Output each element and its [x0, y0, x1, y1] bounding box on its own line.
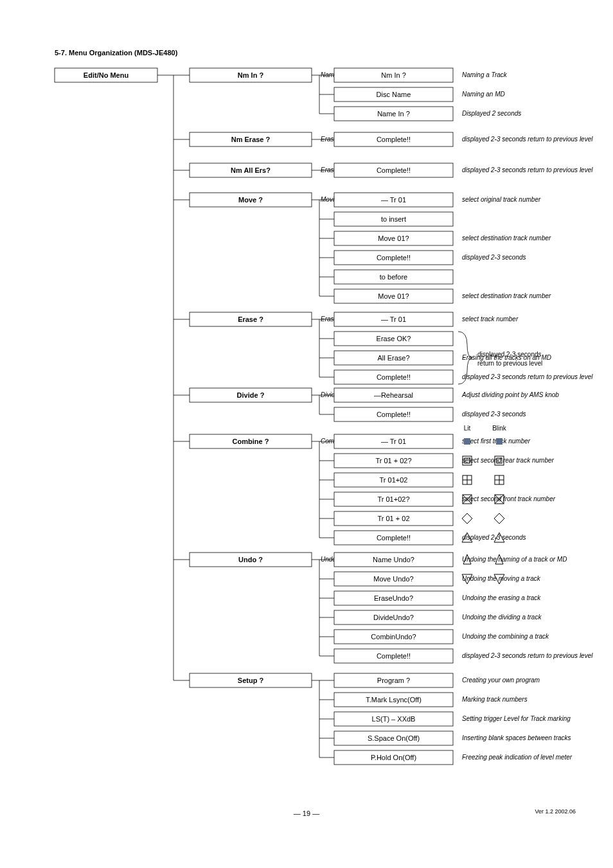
child-box-7-4-label: CombinUndo? [371, 633, 416, 641]
child-box-3-0-label: — Tr 01 [381, 196, 406, 204]
child-box-0-1-brief: Naming an MD [462, 91, 505, 98]
main-box-2-label: Nm All Ers? [231, 166, 271, 174]
child-box-0-0-brief: Naming a Track [462, 71, 508, 78]
child-box-8-4-brief: Freezing peak indication of level meter [462, 754, 573, 761]
child-box-4-3-label: Complete!! [377, 373, 411, 381]
child-box-4-3-brief: displayed 2-3 seconds return to previous… [462, 373, 593, 380]
child-box-7-0-brief: Undoing the naming of a track or MD [462, 556, 567, 563]
child-box-3-4-label: to before [380, 273, 407, 281]
child-box-3-2-brief: select destination track number [462, 235, 551, 242]
child-box-6-0-label: — Tr 01 [381, 438, 406, 445]
child-box-0-0-label: Nm In ? [381, 71, 406, 79]
child-box-7-1-brief: Undoing the moving a track [462, 575, 541, 582]
main-box-1-label: Nm Erase ? [231, 136, 271, 143]
brace-label-2: return to previous level [477, 360, 542, 367]
child-box-5-1-brief: displayed 2-3 seconds [462, 411, 526, 418]
child-box-5-0-label: —Rehearsal [374, 391, 413, 399]
child-box-7-1-label: Move Undo? [373, 575, 413, 583]
child-box-6-3-label: Tr 01+02? [377, 495, 409, 503]
section-title: 5-7. Menu Organization (MDS-JE480) [55, 49, 177, 57]
child-box-6-4-label: Tr 01 + 02 [377, 515, 409, 522]
child-box-7-4-brief: Undoing the combining a track [462, 633, 549, 640]
child-box-1-0-brief: displayed 2-3 seconds return to previous… [462, 136, 593, 143]
child-box-3-5-brief: select destination track number [462, 292, 551, 299]
child-box-8-3-brief: Inserting blank spaces between tracks [462, 734, 571, 741]
main-box-7-label: Undo ? [238, 556, 263, 563]
page-number: — 19 — [0, 810, 613, 817]
svg-rect-63 [464, 438, 470, 445]
child-box-6-1-label: Tr 01 + 02? [375, 457, 411, 465]
child-box-4-2-label: All Erase? [377, 354, 409, 362]
main-box-4-label: Erase ? [238, 315, 263, 323]
child-box-8-1-label: T.Mark Lsync(Off) [366, 696, 422, 704]
child-box-7-2-label: EraseUndo? [374, 594, 413, 602]
symbol-header-lit: Lit [464, 425, 471, 432]
child-box-7-3-brief: Undoing the dividing a track [462, 614, 542, 621]
child-box-6-5-brief: displayed 2-3 seconds [462, 534, 526, 541]
child-box-8-0-label: Program ? [377, 677, 410, 684]
child-box-4-1-label: Erase OK? [377, 335, 411, 342]
child-box-6-3-brief: select second front track number [462, 495, 556, 502]
child-box-4-0-brief: select track number [462, 315, 519, 323]
child-box-5-0-brief: Adjust dividing point by AMS knob [461, 391, 559, 398]
child-box-8-3-label: S.Space On(Off) [368, 734, 420, 742]
child-box-2-0-brief: displayed 2-3 seconds return to previous… [462, 166, 593, 173]
child-box-3-3-label: Complete!! [377, 254, 411, 261]
child-box-8-2-brief: Setting trigger Level for Track marking [462, 715, 571, 722]
root-box-label: Edit/No Menu [84, 71, 129, 79]
child-box-3-3-brief: displayed 2-3 seconds [462, 254, 526, 261]
revision-label: Ver 1.2 2002.06 [535, 808, 576, 815]
child-box-1-0-label: Complete!! [377, 136, 411, 143]
child-box-0-2-label: Name In ? [377, 110, 410, 118]
child-box-0-2-brief: Displayed 2 seconds [462, 110, 521, 117]
child-box-8-1-brief: Marking track numbers [462, 696, 528, 703]
child-box-7-5-label: Complete!! [377, 652, 411, 660]
symbol-header-blink: Blink [492, 425, 507, 432]
main-box-8-label: Setup ? [238, 677, 264, 684]
child-box-8-2-label: LS(T) – XXdB [372, 715, 416, 723]
child-box-3-5-label: Move 01? [378, 292, 409, 300]
child-box-6-1-brief: select second rear track number [462, 457, 555, 464]
brace-label-1: displayed 2-3 seconds [477, 351, 542, 358]
child-box-8-4-label: P.Hold On(Off) [371, 754, 416, 761]
main-box-3-label: Move ? [238, 196, 263, 204]
child-box-5-1-label: Complete!! [377, 411, 411, 418]
child-box-3-2-label: Move 01? [378, 235, 409, 242]
child-box-4-0-label: — Tr 01 [381, 315, 406, 323]
child-box-7-0-label: Name Undo? [373, 556, 414, 563]
main-box-0-label: Nm In ? [238, 71, 264, 79]
main-box-5-label: Divide ? [237, 391, 265, 399]
child-box-7-3-label: DivideUndo? [373, 614, 414, 621]
svg-rect-64 [496, 438, 502, 445]
child-box-6-5-label: Complete!! [377, 534, 411, 542]
child-box-7-5-brief: displayed 2-3 seconds return to previous… [462, 652, 593, 659]
child-box-3-0-brief: select original track number [462, 196, 541, 203]
main-box-6-label: Combine ? [233, 438, 269, 445]
child-box-2-0-label: Complete!! [377, 166, 411, 174]
child-box-8-0-brief: Creating your own program [462, 677, 540, 684]
child-box-7-2-brief: Undoing the erasing a track [462, 594, 541, 601]
diagram-svg: Edit/No MenuNm In ?Naming a track or an … [0, 0, 613, 868]
child-box-0-1-label: Disc Name [377, 91, 411, 98]
child-box-3-1-label: to insert [381, 215, 406, 223]
child-box-6-2-label: Tr 01+02 [380, 476, 408, 484]
